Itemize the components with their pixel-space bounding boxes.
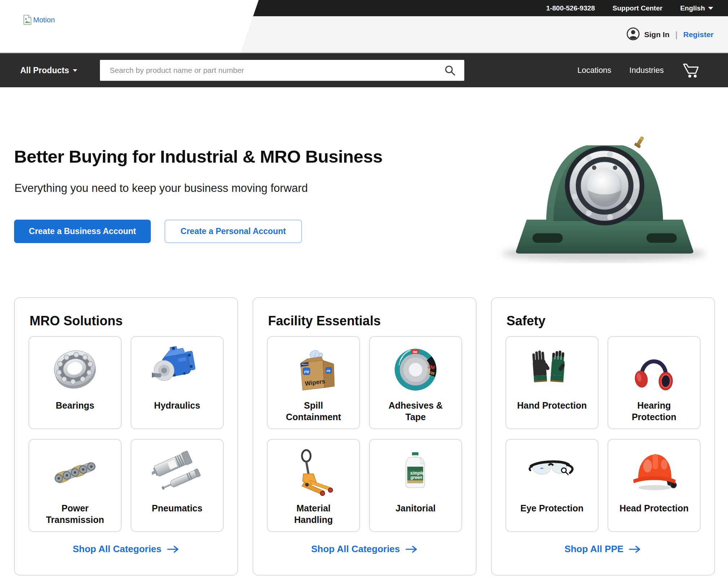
broken-image-icon [23,14,32,27]
material-handling-image [286,445,341,499]
category-card-safety: Safety [491,297,715,576]
hydraulics-image [150,343,204,397]
shop-link-label: Shop All Categories [73,543,161,555]
tile-janitorial[interactable]: simple green Janitorial [369,439,462,532]
support-center-link[interactable]: Support Center [613,4,662,12]
cart-icon[interactable] [682,62,700,78]
bearings-image [48,343,102,397]
pig-badge-text: pig [304,370,309,373]
tile-hydraulics[interactable]: Hydraulics [131,336,224,429]
janitorial-image: simple green [389,445,443,499]
tile-hand-protection[interactable]: Hand Protection [505,336,598,429]
language-label: English [680,4,705,12]
arrow-right-icon [628,545,641,554]
pillow-block-bearing-image [492,125,717,267]
tile-grid: Wipers pig pig Wipers Spill Containment [267,336,462,532]
tile-adhesives-tape[interactable]: 3M 3M 3939 Adhesives & Tape [369,336,462,429]
motion-homepage: 1-800-526-9328 Support Center English Si… [0,0,728,581]
tile-bearings[interactable]: Bearings [28,336,122,429]
wipers-corner-text: Wipers [301,363,308,365]
shop-link-label: Shop All PPE [565,543,624,555]
register-link[interactable]: Register [683,30,714,39]
nav-links: Locations Industries [577,53,700,87]
tile-label: Bearings [46,400,105,411]
tile-pneumatics[interactable]: Pneumatics [131,439,224,532]
industries-link[interactable]: Industries [630,66,664,75]
tile-label: Head Protection [609,502,699,514]
category-card-facility-essentials: Facility Essentials Wipers [253,297,477,576]
head-protection-image [627,445,681,499]
logo-alt-text[interactable]: Motion [33,14,55,25]
tile-grid: Bearings [28,336,224,532]
tape-brand-text: 3M [413,350,417,354]
tile-grid: Hand Protection [505,336,701,532]
card-title: MRO Solutions [30,314,224,328]
hearing-protection-image [627,343,681,397]
arrow-right-icon [167,545,180,554]
shop-link-label: Shop All Categories [311,543,400,555]
tile-label: Adhesives & Tape [370,400,461,423]
avatar-icon [626,27,640,42]
hero-subtitle: Everything you need to keep your busines… [14,182,308,195]
adhesives-tape-image: 3M 3M 3939 [389,343,443,397]
logo-area: Motion [0,0,259,53]
arrow-right-icon [405,545,418,554]
search-input[interactable] [100,60,464,81]
account-separator: | [675,30,677,40]
search-icon[interactable] [435,60,464,81]
tile-label: Hydraulics [144,400,210,411]
tile-label: Spill Containment [268,400,359,423]
janitorial-brand-line2: green [410,475,422,480]
tile-label: Hearing Protection [608,400,700,423]
power-transmission-image [48,445,102,499]
shop-all-ppe-link[interactable]: Shop All PPE [492,543,714,555]
tile-label: Material Handling [268,502,359,525]
sign-in-link[interactable]: Sign In [644,30,670,39]
all-products-label: All Products [20,66,69,75]
tile-label: Eye Protection [510,502,593,514]
tile-spill-containment[interactable]: Wipers pig pig Wipers Spill Containment [267,336,360,429]
pneumatics-image [150,445,204,499]
locations-link[interactable]: Locations [577,66,611,75]
phone-number: 1-800-526-9328 [546,4,595,12]
tile-label: Power Transmission [29,502,121,525]
pig-badge-text: pig [326,369,330,372]
eye-protection-image [525,445,579,499]
shop-all-categories-link[interactable]: Shop All Categories [15,543,237,555]
tile-label: Janitorial [385,502,446,514]
spill-containment-image: Wipers pig pig Wipers [286,343,341,397]
tile-eye-protection[interactable]: Eye Protection [505,439,598,532]
category-card-mro-solutions: MRO Solutions [14,297,238,576]
create-business-account-button[interactable]: Create a Business Account [14,220,151,243]
card-title: Safety [506,314,701,328]
shop-all-categories-link[interactable]: Shop All Categories [253,543,476,555]
tile-material-handling[interactable]: Material Handling [267,439,360,532]
hero-title: Better Buying for Industrial & MRO Busin… [14,146,382,167]
card-title: Facility Essentials [268,314,462,328]
chevron-down-icon [708,7,713,10]
tile-label: Pneumatics [142,502,212,514]
tile-power-transmission[interactable]: Power Transmission [28,439,122,532]
tile-head-protection[interactable]: Head Protection [608,439,701,532]
main-navbar: All Products Locations Industries [0,53,728,87]
language-selector[interactable]: English [680,4,713,12]
hero-section: Better Buying for Industrial & MRO Busin… [0,87,728,297]
hand-protection-image [525,343,579,397]
tile-hearing-protection[interactable]: Hearing Protection [608,336,701,429]
all-products-dropdown[interactable]: All Products [20,53,77,87]
category-cards: MRO Solutions [0,297,728,576]
tile-label: Hand Protection [507,400,597,411]
create-personal-account-button[interactable]: Create a Personal Account [165,220,302,243]
hero-cta-row: Create a Business Account Create a Perso… [14,220,302,243]
chevron-down-icon [73,69,77,72]
